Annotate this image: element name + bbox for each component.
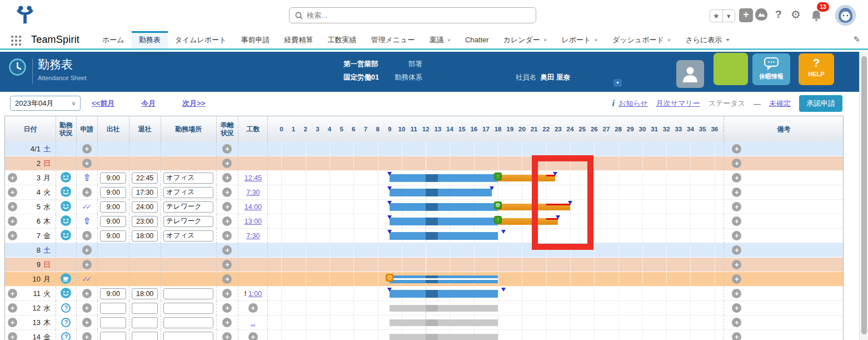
employee-photo-button[interactable] [676, 60, 704, 88]
manhour-link[interactable]: 13:00 [245, 218, 262, 225]
collapse-header-icon[interactable]: ▼ [613, 79, 622, 87]
notice-link[interactable]: お知らせ [618, 98, 648, 109]
help-button[interactable]: ? HELP [799, 53, 834, 85]
next-month-link[interactable]: 次月>> [182, 98, 205, 109]
vertical-scrollbar[interactable] [859, 52, 868, 340]
clock-out-input[interactable] [132, 288, 158, 299]
remarks-add-icon[interactable]: + [732, 216, 741, 226]
deviation-add-icon[interactable]: + [222, 188, 232, 197]
add-row-icon[interactable]: + [8, 216, 17, 226]
nav-tab-11[interactable]: ダッシュボード∨ [605, 31, 678, 48]
month-select[interactable]: 2023年04月∨ [10, 96, 81, 111]
deviation-add-icon[interactable]: + [222, 216, 232, 226]
clock-out-input[interactable] [132, 173, 158, 184]
overtime-request-icon[interactable]: ⇧ [83, 173, 91, 183]
remarks-add-icon[interactable]: + [732, 245, 741, 255]
add-row-icon[interactable]: + [8, 303, 17, 313]
status-value-link[interactable]: 未確定 [769, 98, 791, 109]
trailhead-icon[interactable] [754, 7, 769, 22]
request-add-icon[interactable]: + [82, 231, 92, 240]
clock-out-input[interactable] [132, 216, 158, 227]
clock-out-input[interactable] [132, 201, 158, 213]
clock-in-input[interactable] [100, 187, 126, 198]
holiday-info-button[interactable]: 休暇情報 [752, 53, 790, 85]
nav-tab-1[interactable]: 勤務表 [132, 31, 168, 48]
clock-in-input[interactable] [100, 173, 126, 184]
clock-in-input[interactable] [100, 288, 126, 299]
deviation-add-icon[interactable]: + [222, 260, 232, 269]
manhour-add-icon[interactable]: + [248, 332, 258, 340]
nav-tab-9[interactable]: カレンダー∨ [496, 31, 555, 48]
overtime-request-icon[interactable]: ⇧ [83, 216, 91, 226]
deviation-add-icon[interactable]: + [222, 231, 232, 240]
deviation-add-icon[interactable]: + [222, 159, 232, 168]
nav-tab-10[interactable]: レポート∨ [554, 31, 605, 48]
nav-tab-6[interactable]: 管理メニュー [363, 31, 422, 48]
favorites-star-icon[interactable]: ★ [710, 10, 723, 22]
favorites-split-button[interactable]: ★▼ [710, 9, 735, 22]
remarks-add-icon[interactable]: + [732, 332, 741, 340]
approved-check-icon[interactable]: ✓✓ [82, 275, 92, 283]
remarks-add-icon[interactable]: + [732, 202, 741, 211]
notification-badge[interactable]: 13 [817, 2, 829, 12]
app-launcher-icon[interactable] [10, 35, 22, 47]
this-month-link[interactable]: 今月 [141, 98, 156, 109]
work-place-input[interactable] [163, 332, 213, 340]
nav-tab-7[interactable]: 稟議∨ [422, 31, 458, 48]
work-place-input[interactable] [163, 230, 213, 242]
approval-request-button[interactable]: 承認申請 [799, 95, 842, 112]
user-avatar[interactable] [835, 5, 856, 26]
deviation-add-icon[interactable]: + [222, 274, 232, 284]
request-add-icon[interactable]: + [82, 188, 92, 197]
nav-tab-12[interactable]: さらに表示▼ [678, 31, 737, 48]
nav-tab-8[interactable]: Chatter [458, 31, 496, 48]
remarks-add-icon[interactable]: + [732, 260, 741, 269]
remarks-add-icon[interactable]: + [732, 159, 741, 168]
add-row-icon[interactable]: + [8, 188, 17, 197]
add-row-icon[interactable]: + [8, 231, 17, 240]
favorites-dropdown-icon[interactable]: ▼ [723, 10, 735, 22]
clock-out-input[interactable] [132, 230, 158, 242]
prev-month-link[interactable]: <<前月 [92, 98, 114, 109]
work-place-input[interactable] [163, 187, 213, 198]
clock-out-input[interactable] [132, 332, 158, 340]
work-place-input[interactable] [163, 173, 213, 184]
request-add-icon[interactable]: + [82, 260, 92, 269]
remarks-add-icon[interactable]: + [732, 303, 741, 313]
manhour-link[interactable]: 1:00 [248, 290, 262, 298]
remarks-add-icon[interactable]: + [732, 231, 741, 240]
quick-add-icon[interactable]: + [739, 8, 753, 22]
deviation-add-icon[interactable]: + [222, 332, 232, 340]
green-status-button[interactable] [714, 53, 748, 85]
search-input[interactable] [307, 11, 518, 19]
manhour-link[interactable]: 12:45 [245, 174, 262, 182]
add-row-icon[interactable]: + [8, 289, 17, 298]
clock-in-input[interactable] [100, 230, 126, 242]
request-add-icon[interactable]: + [82, 144, 92, 154]
deviation-add-icon[interactable]: + [222, 303, 232, 313]
scrollbar-thumb[interactable] [861, 56, 867, 334]
manhour-add-icon[interactable]: + [248, 303, 258, 313]
nav-tab-5[interactable]: 工数実績 [320, 31, 363, 48]
clock-in-input[interactable] [100, 201, 126, 213]
request-add-icon[interactable]: + [82, 289, 92, 298]
remarks-add-icon[interactable]: + [732, 188, 741, 197]
clock-in-input[interactable] [100, 216, 126, 227]
deviation-add-icon[interactable]: + [222, 289, 232, 298]
clock-in-input[interactable] [100, 332, 126, 340]
deviation-add-icon[interactable]: + [222, 245, 232, 255]
deviation-add-icon[interactable]: + [222, 202, 232, 211]
clock-out-input[interactable] [132, 317, 158, 328]
remarks-add-icon[interactable]: + [732, 173, 741, 183]
nav-tab-2[interactable]: タイムレポート [168, 31, 234, 48]
deviation-add-icon[interactable]: + [222, 173, 232, 183]
clock-out-input[interactable] [132, 303, 158, 314]
request-add-icon[interactable]: + [82, 159, 92, 168]
nav-tab-0[interactable]: ホーム [95, 31, 132, 48]
add-row-icon[interactable]: + [8, 173, 17, 183]
deviation-add-icon[interactable]: + [222, 144, 232, 154]
help-icon[interactable]: ? [775, 8, 782, 21]
work-place-input[interactable] [163, 288, 213, 299]
nav-tab-3[interactable]: 事前申請 [233, 31, 277, 48]
clock-in-input[interactable] [100, 317, 126, 328]
